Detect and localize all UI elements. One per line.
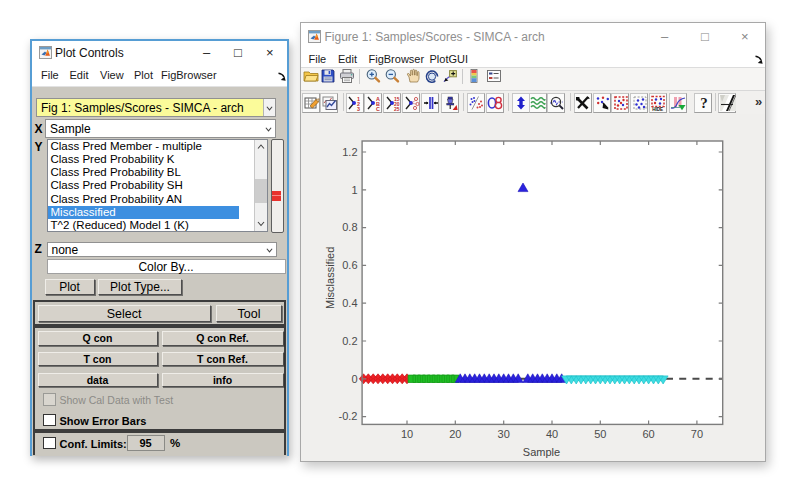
svg-text:50: 50 — [594, 428, 606, 440]
svg-text:HIDE: HIDE — [652, 106, 663, 110]
svg-text:30: 30 — [498, 428, 510, 440]
svg-text:20: 20 — [449, 428, 461, 440]
svg-text:60: 60 — [642, 428, 654, 440]
svg-text:25: 25 — [394, 106, 400, 111]
svg-text:C: C — [376, 106, 380, 111]
svg-text:0.6: 0.6 — [342, 259, 357, 271]
svg-text:40: 40 — [546, 428, 558, 440]
svg-text:Misclassified: Misclassified — [324, 247, 336, 309]
svg-text:70: 70 — [691, 428, 703, 440]
svg-text:1: 1 — [351, 184, 357, 196]
svg-text:0: 0 — [351, 373, 357, 385]
svg-text:0.8: 0.8 — [342, 221, 357, 233]
svg-text:3: 3 — [357, 106, 360, 111]
svg-text:-0.2: -0.2 — [339, 410, 358, 422]
svg-text:0.4: 0.4 — [342, 297, 357, 309]
svg-text:?: ? — [700, 95, 708, 111]
svg-text:Sample: Sample — [523, 446, 560, 458]
svg-text:1.2: 1.2 — [342, 146, 357, 158]
svg-text:10: 10 — [401, 428, 413, 440]
svg-text:0.2: 0.2 — [342, 335, 357, 347]
